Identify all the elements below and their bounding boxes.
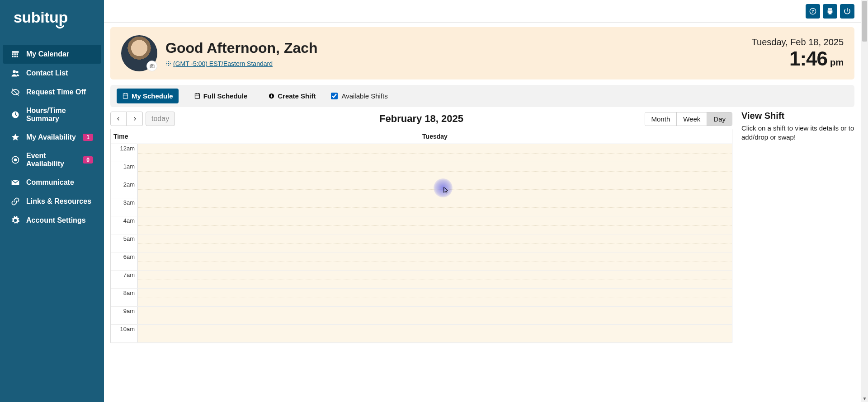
button-label: Create Shift [278,92,316,100]
main-area: ? Good Afternoon, Zach (GMT -5:00) EST/E… [104,0,861,402]
camera-icon[interactable] [146,61,157,71]
hour-label: 1am [111,162,138,180]
sidebar-item-my-availability[interactable]: My Availability 1 [3,128,101,147]
full-schedule-button[interactable]: Full Schedule [189,89,253,103]
hour-cell[interactable] [138,252,732,270]
plus-circle-icon [268,93,275,99]
calendar-title: February 18, 2025 [110,113,732,125]
sidebar-item-my-calendar[interactable]: My Calendar [3,45,101,64]
view-day[interactable]: Day [707,112,732,126]
clock-date: Tuesday, Feb 18, 2025 [752,37,844,47]
hour-label: 9am [111,307,138,324]
hour-row[interactable]: 7am [111,271,732,289]
print-button[interactable] [823,4,837,19]
calendar-nav: today February 18, 2025 Month Week Day [110,110,732,129]
calendar-body[interactable]: 12am1am2am3am4am5am6am7am8am9am10am [111,144,732,343]
hour-label: 7am [111,271,138,288]
hour-row[interactable]: 6am [111,252,732,271]
button-label: Full Schedule [203,92,248,100]
view-week[interactable]: Week [676,112,707,126]
clock-time: 1:46 [789,47,827,70]
timezone-link[interactable]: (GMT -5:00) EST/Eastern Standard [165,60,318,67]
hour-row[interactable]: 5am [111,234,732,252]
sidebar-item-links-resources[interactable]: Links & Resources [3,192,101,211]
sidebar-item-account-settings[interactable]: Account Settings [3,211,101,230]
help-button[interactable]: ? [806,4,820,19]
brand-logo[interactable]: subitup [0,4,104,45]
clock-icon [11,110,20,119]
hour-label: 10am [111,325,138,342]
sidebar-item-label: Contact List [26,69,68,77]
hour-row[interactable]: 3am [111,198,732,216]
envelope-icon [11,178,20,187]
hour-cell[interactable] [138,234,732,252]
hour-cell[interactable] [138,198,732,216]
target-icon [11,155,20,164]
sidebar-item-label: Account Settings [26,216,86,224]
eye-off-icon [11,88,20,97]
chevron-right-icon [132,117,137,121]
my-schedule-button[interactable]: My Schedule [117,89,179,103]
scrollbar-thumb[interactable] [862,1,867,42]
sidebar-item-label: My Calendar [26,50,69,58]
available-shifts-checkbox[interactable] [331,93,338,99]
timezone-text: (GMT -5:00) EST/Eastern Standard [173,60,273,67]
scroll-down-arrow[interactable]: ▼ [861,395,868,402]
prev-button[interactable] [110,112,127,126]
next-button[interactable] [127,112,143,126]
avatar[interactable] [121,35,157,71]
hour-cell[interactable] [138,289,732,306]
view-shift-panel: View Shift Click on a shift to view its … [741,110,854,343]
top-bar: ? [104,0,861,23]
sidebar-item-request-time-off[interactable]: Request Time Off [3,83,101,102]
hour-cell[interactable] [138,325,732,342]
day-column-header: Tuesday [138,129,732,144]
sidebar-item-hours-summary[interactable]: Hours/Time Summary [3,102,101,128]
hour-row[interactable]: 8am [111,289,732,307]
svg-point-2 [16,71,19,73]
star-icon [11,133,20,142]
sidebar: subitup My Calendar Contact List Request… [0,0,104,402]
checkbox-label: Available Shifts [341,92,387,100]
panel-title: View Shift [741,111,854,121]
page-scrollbar[interactable]: ▼ [861,0,868,402]
hour-cell[interactable] [138,216,732,234]
clock: Tuesday, Feb 18, 2025 1:46 pm [752,37,844,70]
hour-label: 12am [111,144,138,162]
view-toggle: Month Week Day [645,112,732,126]
svg-point-1 [13,70,16,73]
hour-cell[interactable] [138,307,732,324]
panel-body: Click on a shift to view its details or … [741,124,854,142]
gear-icon [165,61,171,66]
create-shift-button[interactable]: Create Shift [263,89,321,103]
calendar-grid-icon [11,50,20,59]
hour-label: 8am [111,289,138,306]
hour-row[interactable]: 4am [111,216,732,234]
power-button[interactable] [840,4,854,19]
hour-label: 5am [111,234,138,252]
calendar-icon [194,93,201,99]
hour-label: 6am [111,252,138,270]
hour-row[interactable]: 1am [111,162,732,180]
hour-cell[interactable] [138,180,732,198]
hour-row[interactable]: 12am [111,144,732,162]
svg-point-9 [151,65,153,67]
sidebar-item-event-availability[interactable]: Event Availability 0 [3,147,101,173]
view-month[interactable]: Month [645,112,677,126]
hour-cell[interactable] [138,162,732,180]
greeting-banner: Good Afternoon, Zach (GMT -5:00) EST/Eas… [110,27,854,79]
sidebar-item-communicate[interactable]: Communicate [3,173,101,192]
hour-row[interactable]: 9am [111,307,732,325]
sidebar-item-label: Event Availability [26,152,76,168]
hour-cell[interactable] [138,144,732,162]
calendar-icon [122,93,129,99]
sidebar-item-contact-list[interactable]: Contact List [3,64,101,83]
hour-row[interactable]: 10am [111,325,732,343]
available-shifts-toggle[interactable]: Available Shifts [331,92,387,100]
hour-row[interactable]: 2am [111,180,732,198]
sidebar-item-label: Links & Resources [26,197,91,206]
svg-point-6 [14,159,17,162]
schedule-toolbar: My Schedule Full Schedule Create Shift A… [110,85,854,107]
today-button[interactable]: today [146,112,175,126]
hour-cell[interactable] [138,271,732,288]
